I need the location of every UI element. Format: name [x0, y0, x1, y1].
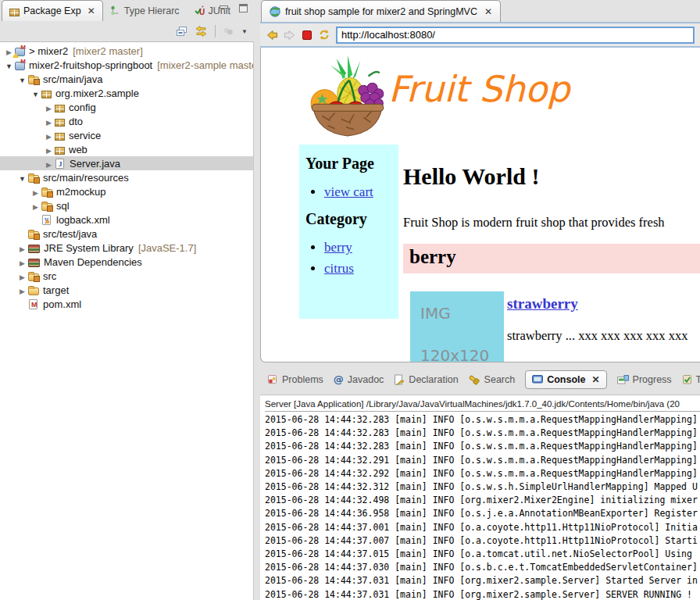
tree-item-label: target	[43, 284, 69, 296]
tree-item[interactable]: src/test/java	[0, 227, 253, 241]
twisty-icon[interactable]	[43, 116, 55, 127]
twisty-icon[interactable]	[16, 73, 28, 85]
browser-toolbar	[260, 22, 700, 48]
log-line: 2015-06-28 14:44:32.292 [main] INFO [o.s…	[265, 467, 700, 480]
tree-item[interactable]: service	[0, 128, 253, 142]
twisty-icon[interactable]	[30, 200, 41, 212]
close-icon[interactable]: ✕	[592, 374, 600, 385]
explorer-tab-bar: Package Exp ✕ Type Hierarc U* JUnit	[0, 0, 255, 21]
twisty-icon[interactable]	[43, 130, 55, 141]
search-icon	[469, 374, 480, 385]
source-folder-icon	[28, 231, 39, 239]
tree-item[interactable]: Maven Dependencies	[0, 255, 253, 269]
tree-item[interactable]: sql	[0, 198, 253, 212]
tree-item[interactable]: src/main/java	[0, 72, 253, 86]
tree-item-label: web	[69, 144, 88, 155]
back-button[interactable]	[266, 30, 278, 41]
tab-browser[interactable]: fruit shop sample for mixer2 and SpringM…	[261, 0, 501, 22]
tree-item[interactable]: pom.xml	[0, 297, 253, 311]
tree-item[interactable]: > mixer2[mixer2 master]	[0, 44, 253, 58]
twisty-icon[interactable]	[16, 172, 28, 184]
tab-tasks[interactable]: Tasks	[682, 374, 700, 385]
close-icon[interactable]: ✕	[484, 6, 492, 17]
twisty-icon[interactable]	[43, 144, 55, 155]
forward-icon	[284, 30, 296, 41]
javadoc-icon: @	[334, 373, 344, 385]
tab-console[interactable]: Console ✕	[525, 370, 606, 389]
tree-item[interactable]: web	[0, 142, 253, 156]
tree-item-label: > mixer2	[29, 45, 68, 57]
site-title: Fruit Shop	[388, 68, 570, 110]
url-input[interactable]	[336, 27, 695, 44]
log-line: 2015-06-28 14:44:36.958 [main] INFO [o.s…	[265, 507, 700, 520]
source-folder-icon	[28, 175, 39, 183]
tree-item[interactable]: src/main/resources	[0, 170, 253, 184]
globe-icon	[270, 6, 280, 17]
tab-progress[interactable]: Progress	[617, 374, 672, 385]
stop-button[interactable]	[302, 30, 312, 41]
twisty-icon[interactable]	[16, 256, 28, 268]
internal-browser-editor: fruit shop sample for mixer2 and SpringM…	[260, 0, 700, 362]
tree-item[interactable]: target	[0, 283, 253, 297]
refresh-button[interactable]	[318, 29, 330, 41]
forward-button[interactable]	[284, 30, 296, 41]
java-file-icon	[55, 159, 64, 169]
log-line: 2015-06-28 14:44:37.015 [main] INFO [o.a…	[265, 548, 700, 561]
tree-item[interactable]: org.mixer2.sample	[0, 86, 253, 100]
tree-item-label: Maven Dependencies	[44, 256, 142, 268]
focus-on-task-button[interactable]	[223, 27, 234, 36]
category-link-berry[interactable]: berry	[324, 240, 352, 255]
sidebar-heading-category: Category	[305, 210, 398, 228]
tab-label: fruit shop sample for mixer2 and SpringM…	[285, 6, 477, 17]
twisty-icon[interactable]	[30, 186, 41, 198]
tab-type-hierarchy[interactable]: Type Hierarc	[103, 0, 187, 21]
log-line: 2015-06-28 14:44:37.001 [main] INFO [o.a…	[265, 521, 700, 534]
package-explorer-icon	[9, 9, 20, 16]
page-intro-text: Fruit Shop is modern fruit shop that pro…	[403, 215, 665, 230]
tree-item[interactable]: src	[0, 269, 253, 283]
tree-item-decoration: [mixer2-sample master]	[157, 59, 254, 71]
tab-javadoc[interactable]: @ Javadoc	[334, 373, 384, 385]
maximize-view-icon[interactable]	[239, 4, 248, 12]
category-link-citrus[interactable]: citrus	[324, 261, 354, 276]
fruit-basket-image	[308, 54, 388, 138]
minimize-view-icon[interactable]	[220, 5, 228, 9]
twisty-icon[interactable]	[16, 242, 28, 254]
close-icon[interactable]: ✕	[88, 5, 95, 16]
product-link-strawberry[interactable]: strawberry	[507, 295, 578, 312]
tree-item[interactable]: m2mockup	[0, 184, 253, 198]
view-cart-link[interactable]: view cart	[324, 184, 373, 199]
tab-declaration[interactable]: Declaration	[394, 374, 458, 385]
collapse-all-icon	[176, 26, 188, 37]
tree-item[interactable]: logback.xml	[0, 212, 253, 227]
tree-item[interactable]: config	[0, 100, 253, 114]
twisty-icon[interactable]	[16, 270, 28, 282]
twisty-icon[interactable]	[43, 102, 55, 113]
tree-item-label: src/test/java	[43, 228, 97, 240]
tab-package-explorer[interactable]: Package Exp ✕	[2, 0, 103, 21]
library-icon	[28, 245, 40, 253]
twisty-icon[interactable]	[43, 158, 55, 170]
twisty-icon[interactable]	[16, 284, 28, 296]
twisty-icon[interactable]	[30, 88, 41, 99]
log-line: 2015-06-28 14:44:32.283 [main] INFO [o.s…	[265, 427, 700, 440]
page-heading: Hello World !	[403, 163, 539, 190]
link-with-editor-button[interactable]	[195, 26, 208, 37]
tree-item[interactable]: mixer2-fruitshop-springboot[mixer2-sampl…	[0, 58, 253, 72]
tab-problems[interactable]: Problems	[267, 374, 323, 385]
tree-item[interactable]: JRE System Library[JavaSE-1.7]	[0, 241, 253, 255]
tree-item-selected[interactable]: Server.java	[0, 156, 253, 170]
tree-item[interactable]: dto	[0, 114, 253, 128]
tab-search[interactable]: Search	[469, 374, 516, 385]
console-tab-bar: Problems @ Javadoc Declaration Search Co…	[260, 365, 700, 394]
twisty-icon[interactable]	[3, 59, 15, 71]
folder-icon	[28, 288, 39, 295]
view-menu-icon: ▼	[241, 28, 248, 35]
declaration-icon	[394, 374, 405, 385]
tab-label: Tasks	[696, 374, 700, 385]
focus-icon	[223, 27, 234, 36]
folder-icon	[28, 273, 39, 281]
log-line: 2015-06-28 14:44:32.291 [main] INFO [o.s…	[265, 454, 700, 467]
view-menu-button[interactable]: ▼	[241, 28, 248, 35]
collapse-all-button[interactable]	[176, 26, 188, 37]
